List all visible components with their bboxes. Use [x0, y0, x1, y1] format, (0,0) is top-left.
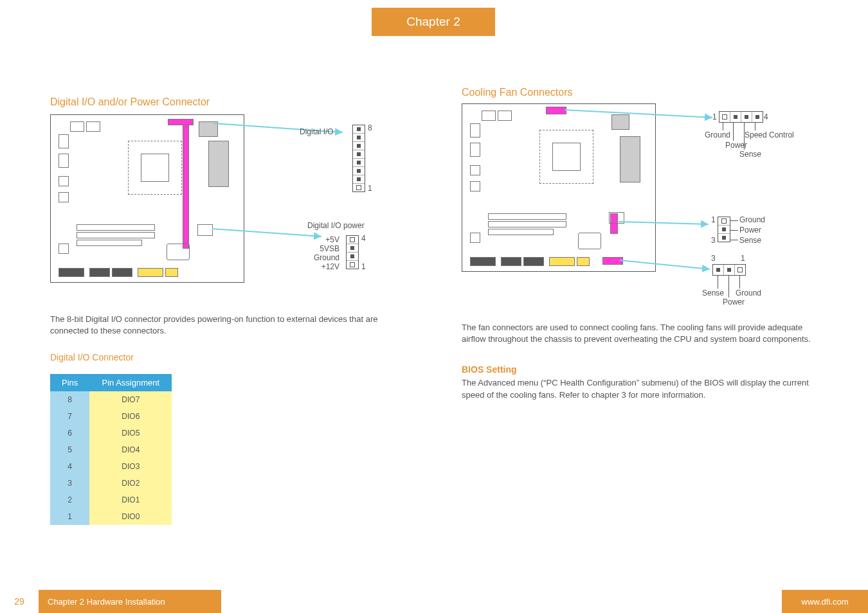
arrow-to-dio	[214, 118, 362, 163]
col-assign: Pin Assignment	[89, 374, 172, 391]
cpu-fan-ground: Ground	[705, 130, 730, 139]
dio-power-connector	[346, 235, 359, 269]
sysfan-b-ground: Ground	[736, 289, 761, 298]
left-description: The 8-bit Digital I/O connector provides…	[50, 314, 410, 337]
footer-right: www.dfi.com	[782, 590, 868, 613]
right-section: Cooling Fan Connectors	[462, 87, 822, 401]
sysfan-b-power: Power	[723, 298, 745, 306]
sys-fan-b-connector	[712, 264, 746, 276]
svg-line-2	[565, 110, 712, 118]
pwr-5v: +5V	[307, 235, 339, 244]
sysfan-a-power: Power	[739, 226, 761, 235]
sysfan-a-pin-3: 3	[711, 236, 716, 245]
table-row: DIO4	[89, 441, 172, 458]
table-row: DIO6	[89, 408, 172, 425]
svg-line-3	[619, 222, 709, 224]
table-row: DIO2	[89, 475, 172, 492]
diopwr-pin-1: 1	[361, 262, 366, 271]
pwr-5vsb: 5VSB	[307, 244, 339, 253]
right-description: The fan connectors are used to connect c…	[462, 322, 822, 345]
pwr-gnd: Ground	[307, 253, 339, 262]
motherboard-diagram-right	[462, 103, 656, 272]
dio-label: Digital I/O	[300, 127, 334, 136]
bios-setting-heading: BIOS Setting	[462, 364, 822, 375]
sysfan-b-sense: Sense	[702, 289, 724, 298]
dio-pin-8: 8	[368, 123, 372, 132]
table-row: DIO5	[89, 425, 172, 441]
table-row: 5	[50, 441, 89, 458]
pwr-12v: +12V	[307, 262, 339, 271]
cpu-fan-speed-control: Speed Control	[745, 130, 794, 139]
bios-setting-desc: The Advanced menu (“PC Health Configurat…	[462, 377, 822, 400]
table-row: 4	[50, 458, 89, 475]
sys-fan-a-connector	[718, 217, 730, 242]
footer-left: Chapter 2 Hardware Installation	[39, 590, 221, 613]
cpu-fan-pin-1: 1	[712, 112, 717, 121]
dio-connector	[352, 125, 365, 192]
table-row: 8	[50, 391, 89, 408]
cpu-fan-pin-4: 4	[764, 112, 768, 121]
cpu-fan-connector	[719, 111, 763, 123]
sysfan-b-pin-1: 1	[741, 254, 745, 263]
arrow-to-cpu-fan	[565, 106, 732, 125]
page-number: 29	[0, 590, 39, 613]
table-row: DIO7	[89, 391, 172, 408]
table-row: DIO1	[89, 492, 172, 508]
sysfan-b-pin-3: 3	[711, 254, 716, 263]
footer: 29 Chapter 2 Hardware Installation www.d…	[0, 590, 868, 613]
diopwr-pin-4: 4	[361, 234, 366, 243]
table-row: 6	[50, 425, 89, 441]
table-row: 1	[50, 508, 89, 525]
table-row: 3	[50, 475, 89, 492]
dio-power-label: Digital I/O power	[307, 221, 365, 230]
svg-line-4	[620, 260, 710, 269]
left-section-title: Digital I/O and/or Power Connector	[50, 96, 410, 108]
col-pins: Pins	[50, 374, 89, 391]
svg-line-1	[212, 229, 321, 236]
table-row: 2	[50, 492, 89, 508]
table-row: DIO0	[89, 508, 172, 525]
table-row: DIO3	[89, 458, 172, 475]
sysfan-a-ground: Ground	[739, 215, 765, 224]
dio-connector-heading: Digital I/O Connector	[50, 352, 410, 362]
left-section: Digital I/O and/or Power Connector	[50, 96, 410, 525]
sysfan-a-sense: Sense	[739, 236, 761, 245]
cpu-fan-sense: Sense	[739, 150, 761, 159]
chapter-tab: Chapter 2	[372, 8, 495, 36]
sysfan-a-pin-1: 1	[711, 215, 716, 224]
dio-pin-1: 1	[368, 184, 372, 193]
table-row: 7	[50, 408, 89, 425]
dio-pin-table: Pins Pin Assignment 8DIO7 7DIO6 6DIO5 5D…	[50, 374, 172, 525]
right-section-title: Cooling Fan Connectors	[462, 87, 822, 98]
